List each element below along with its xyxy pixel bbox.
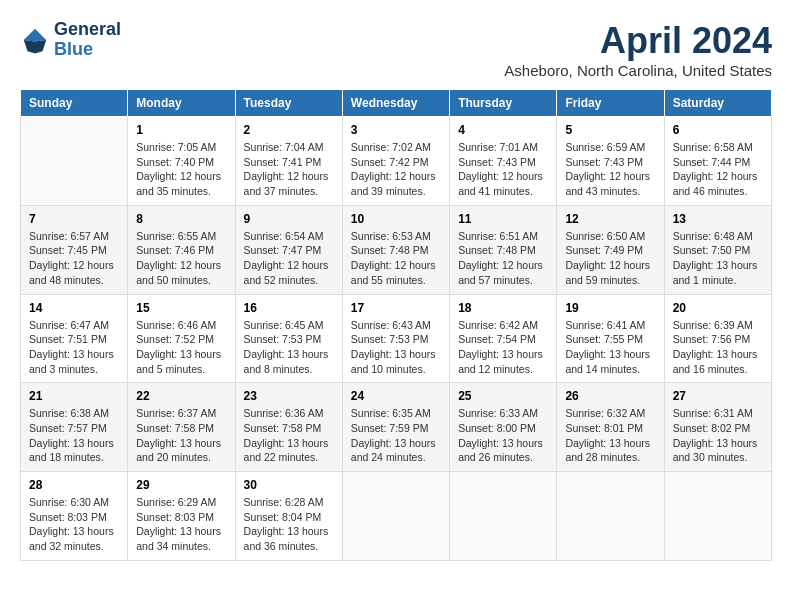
title-area: April 2024 Asheboro, North Carolina, Uni… <box>504 20 772 79</box>
calendar-empty-cell <box>21 117 128 206</box>
calendar-empty-cell <box>450 472 557 561</box>
calendar-day-6: 6Sunrise: 6:58 AMSunset: 7:44 PMDaylight… <box>664 117 771 206</box>
day-info: Sunrise: 6:59 AMSunset: 7:43 PMDaylight:… <box>565 140 655 199</box>
calendar-empty-cell <box>342 472 449 561</box>
day-number: 4 <box>458 123 548 137</box>
day-info: Sunrise: 7:01 AMSunset: 7:43 PMDaylight:… <box>458 140 548 199</box>
day-info: Sunrise: 6:30 AMSunset: 8:03 PMDaylight:… <box>29 495 119 554</box>
day-number: 21 <box>29 389 119 403</box>
day-number: 6 <box>673 123 763 137</box>
calendar-day-23: 23Sunrise: 6:36 AMSunset: 7:58 PMDayligh… <box>235 383 342 472</box>
month-title: April 2024 <box>504 20 772 62</box>
calendar-day-30: 30Sunrise: 6:28 AMSunset: 8:04 PMDayligh… <box>235 472 342 561</box>
day-info: Sunrise: 6:55 AMSunset: 7:46 PMDaylight:… <box>136 229 226 288</box>
logo: General Blue <box>20 20 121 60</box>
calendar-week-row: 28Sunrise: 6:30 AMSunset: 8:03 PMDayligh… <box>21 472 772 561</box>
logo-text: General Blue <box>54 20 121 60</box>
day-info: Sunrise: 7:02 AMSunset: 7:42 PMDaylight:… <box>351 140 441 199</box>
day-number: 3 <box>351 123 441 137</box>
calendar-week-row: 1Sunrise: 7:05 AMSunset: 7:40 PMDaylight… <box>21 117 772 206</box>
day-number: 15 <box>136 301 226 315</box>
day-number: 17 <box>351 301 441 315</box>
day-number: 10 <box>351 212 441 226</box>
day-info: Sunrise: 7:05 AMSunset: 7:40 PMDaylight:… <box>136 140 226 199</box>
calendar-day-22: 22Sunrise: 6:37 AMSunset: 7:58 PMDayligh… <box>128 383 235 472</box>
calendar-day-17: 17Sunrise: 6:43 AMSunset: 7:53 PMDayligh… <box>342 294 449 383</box>
day-info: Sunrise: 6:45 AMSunset: 7:53 PMDaylight:… <box>244 318 334 377</box>
weekday-header-tuesday: Tuesday <box>235 90 342 117</box>
day-number: 18 <box>458 301 548 315</box>
day-info: Sunrise: 6:38 AMSunset: 7:57 PMDaylight:… <box>29 406 119 465</box>
calendar-day-10: 10Sunrise: 6:53 AMSunset: 7:48 PMDayligh… <box>342 205 449 294</box>
day-number: 25 <box>458 389 548 403</box>
day-number: 30 <box>244 478 334 492</box>
calendar-day-21: 21Sunrise: 6:38 AMSunset: 7:57 PMDayligh… <box>21 383 128 472</box>
day-info: Sunrise: 7:04 AMSunset: 7:41 PMDaylight:… <box>244 140 334 199</box>
calendar-body: 1Sunrise: 7:05 AMSunset: 7:40 PMDaylight… <box>21 117 772 561</box>
day-info: Sunrise: 6:47 AMSunset: 7:51 PMDaylight:… <box>29 318 119 377</box>
day-number: 2 <box>244 123 334 137</box>
day-info: Sunrise: 6:28 AMSunset: 8:04 PMDaylight:… <box>244 495 334 554</box>
weekday-header-row: SundayMondayTuesdayWednesdayThursdayFrid… <box>21 90 772 117</box>
day-number: 9 <box>244 212 334 226</box>
weekday-header-saturday: Saturday <box>664 90 771 117</box>
day-info: Sunrise: 6:53 AMSunset: 7:48 PMDaylight:… <box>351 229 441 288</box>
calendar-week-row: 7Sunrise: 6:57 AMSunset: 7:45 PMDaylight… <box>21 205 772 294</box>
weekday-header-thursday: Thursday <box>450 90 557 117</box>
day-number: 16 <box>244 301 334 315</box>
calendar-day-24: 24Sunrise: 6:35 AMSunset: 7:59 PMDayligh… <box>342 383 449 472</box>
day-info: Sunrise: 6:42 AMSunset: 7:54 PMDaylight:… <box>458 318 548 377</box>
weekday-header-wednesday: Wednesday <box>342 90 449 117</box>
calendar-day-1: 1Sunrise: 7:05 AMSunset: 7:40 PMDaylight… <box>128 117 235 206</box>
calendar-day-29: 29Sunrise: 6:29 AMSunset: 8:03 PMDayligh… <box>128 472 235 561</box>
calendar-empty-cell <box>557 472 664 561</box>
calendar-day-26: 26Sunrise: 6:32 AMSunset: 8:01 PMDayligh… <box>557 383 664 472</box>
calendar-day-8: 8Sunrise: 6:55 AMSunset: 7:46 PMDaylight… <box>128 205 235 294</box>
calendar-day-9: 9Sunrise: 6:54 AMSunset: 7:47 PMDaylight… <box>235 205 342 294</box>
day-number: 28 <box>29 478 119 492</box>
day-info: Sunrise: 6:58 AMSunset: 7:44 PMDaylight:… <box>673 140 763 199</box>
calendar-day-4: 4Sunrise: 7:01 AMSunset: 7:43 PMDaylight… <box>450 117 557 206</box>
day-number: 27 <box>673 389 763 403</box>
day-number: 5 <box>565 123 655 137</box>
day-number: 1 <box>136 123 226 137</box>
day-number: 11 <box>458 212 548 226</box>
day-number: 29 <box>136 478 226 492</box>
calendar-day-14: 14Sunrise: 6:47 AMSunset: 7:51 PMDayligh… <box>21 294 128 383</box>
weekday-header-friday: Friday <box>557 90 664 117</box>
day-number: 8 <box>136 212 226 226</box>
day-number: 20 <box>673 301 763 315</box>
location: Asheboro, North Carolina, United States <box>504 62 772 79</box>
calendar-day-7: 7Sunrise: 6:57 AMSunset: 7:45 PMDaylight… <box>21 205 128 294</box>
calendar-day-25: 25Sunrise: 6:33 AMSunset: 8:00 PMDayligh… <box>450 383 557 472</box>
calendar-day-27: 27Sunrise: 6:31 AMSunset: 8:02 PMDayligh… <box>664 383 771 472</box>
day-number: 7 <box>29 212 119 226</box>
day-info: Sunrise: 6:39 AMSunset: 7:56 PMDaylight:… <box>673 318 763 377</box>
day-info: Sunrise: 6:29 AMSunset: 8:03 PMDaylight:… <box>136 495 226 554</box>
calendar-header: SundayMondayTuesdayWednesdayThursdayFrid… <box>21 90 772 117</box>
day-info: Sunrise: 6:43 AMSunset: 7:53 PMDaylight:… <box>351 318 441 377</box>
day-info: Sunrise: 6:31 AMSunset: 8:02 PMDaylight:… <box>673 406 763 465</box>
calendar-day-16: 16Sunrise: 6:45 AMSunset: 7:53 PMDayligh… <box>235 294 342 383</box>
calendar-empty-cell <box>664 472 771 561</box>
day-info: Sunrise: 6:37 AMSunset: 7:58 PMDaylight:… <box>136 406 226 465</box>
day-number: 13 <box>673 212 763 226</box>
day-info: Sunrise: 6:46 AMSunset: 7:52 PMDaylight:… <box>136 318 226 377</box>
day-number: 12 <box>565 212 655 226</box>
svg-marker-0 <box>24 29 47 42</box>
calendar-day-3: 3Sunrise: 7:02 AMSunset: 7:42 PMDaylight… <box>342 117 449 206</box>
calendar-day-18: 18Sunrise: 6:42 AMSunset: 7:54 PMDayligh… <box>450 294 557 383</box>
calendar-day-15: 15Sunrise: 6:46 AMSunset: 7:52 PMDayligh… <box>128 294 235 383</box>
day-number: 14 <box>29 301 119 315</box>
calendar-table: SundayMondayTuesdayWednesdayThursdayFrid… <box>20 89 772 561</box>
calendar-week-row: 14Sunrise: 6:47 AMSunset: 7:51 PMDayligh… <box>21 294 772 383</box>
day-number: 26 <box>565 389 655 403</box>
calendar-day-13: 13Sunrise: 6:48 AMSunset: 7:50 PMDayligh… <box>664 205 771 294</box>
day-number: 23 <box>244 389 334 403</box>
day-info: Sunrise: 6:57 AMSunset: 7:45 PMDaylight:… <box>29 229 119 288</box>
day-info: Sunrise: 6:36 AMSunset: 7:58 PMDaylight:… <box>244 406 334 465</box>
day-info: Sunrise: 6:41 AMSunset: 7:55 PMDaylight:… <box>565 318 655 377</box>
day-info: Sunrise: 6:48 AMSunset: 7:50 PMDaylight:… <box>673 229 763 288</box>
calendar-day-28: 28Sunrise: 6:30 AMSunset: 8:03 PMDayligh… <box>21 472 128 561</box>
svg-marker-1 <box>24 40 47 54</box>
